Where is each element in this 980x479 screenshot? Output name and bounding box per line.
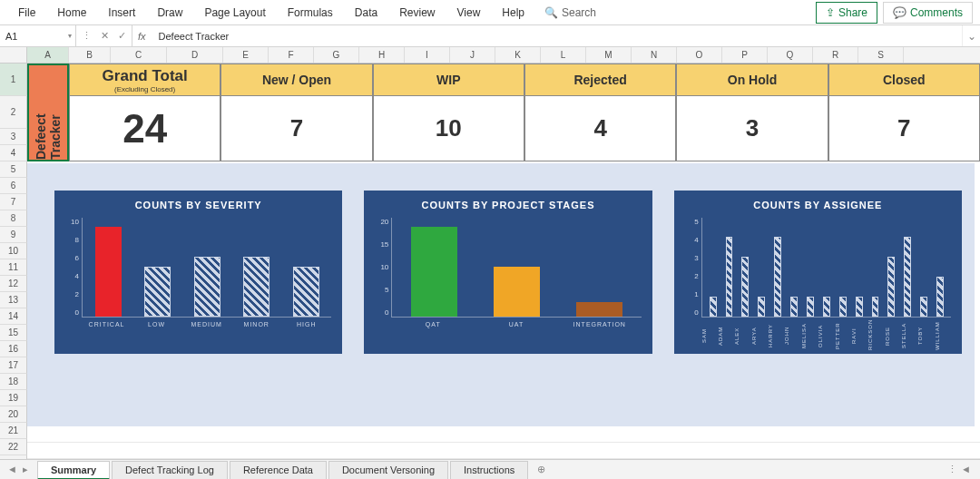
bar-qat	[411, 227, 457, 317]
row-header-21[interactable]: 21	[0, 423, 27, 439]
select-all-corner[interactable]	[0, 47, 27, 63]
tab-prev-icon[interactable]: ▸	[21, 464, 30, 475]
sheet-tab-defect-tracking-log[interactable]: Defect Tracking Log	[112, 461, 228, 479]
row-header-7[interactable]: 7	[0, 194, 27, 210]
chart-2[interactable]: COUNTS BY ASSIGNEE543210SAMADAMALEXARYAH…	[674, 191, 962, 354]
tab-first-icon[interactable]: ◄	[5, 464, 19, 475]
stat-value-wip: 10	[373, 96, 524, 161]
row-header-3[interactable]: 3	[0, 129, 27, 145]
col-header-P[interactable]: P	[722, 47, 768, 63]
bar-high	[293, 267, 319, 317]
col-header-F[interactable]: F	[269, 47, 314, 63]
row-header-13[interactable]: 13	[0, 292, 27, 308]
col-header-M[interactable]: M	[586, 47, 632, 63]
row-header-11[interactable]: 11	[0, 259, 27, 276]
col-header-K[interactable]: K	[495, 47, 541, 63]
ribbon-tab-view[interactable]: View	[446, 1, 492, 24]
row-header-8[interactable]: 8	[0, 210, 27, 227]
sheet-tab-document-versoning[interactable]: Document Versoning	[328, 461, 448, 479]
name-box-ref: A1	[5, 31, 17, 42]
ribbon-tabs: FileHomeInsertDrawPage LayoutFormulasDat…	[7, 1, 535, 24]
spreadsheet-grid: ABCDEFGHIJKLMNOPQRS 12345678910111213141…	[0, 47, 980, 479]
col-header-B[interactable]: B	[69, 47, 111, 63]
fx-icon[interactable]: fx	[132, 31, 152, 42]
tracker-title-cell[interactable]: Defeect Tracker	[27, 64, 69, 161]
col-header-C[interactable]: C	[111, 47, 167, 63]
x-label: SAM	[701, 321, 718, 350]
x-label: JOHN	[784, 321, 800, 350]
stat-value-grand-total: 24	[69, 96, 220, 161]
ribbon-tab-insert[interactable]: Insert	[97, 1, 146, 24]
row-header-19[interactable]: 19	[0, 390, 27, 406]
col-header-L[interactable]: L	[541, 47, 586, 63]
column-headers: ABCDEFGHIJKLMNOPQRS	[0, 47, 980, 64]
x-label: UAT	[475, 321, 558, 327]
col-header-I[interactable]: I	[405, 47, 450, 63]
add-sheet-button[interactable]: ⊕	[528, 464, 554, 475]
scroll-handle-icon[interactable]: ⋮	[947, 464, 957, 475]
row-header-18[interactable]: 18	[0, 374, 27, 390]
stat-value-on-hold: 3	[676, 96, 828, 161]
col-header-S[interactable]: S	[858, 47, 904, 63]
cancel-icon[interactable]: ✕	[101, 30, 109, 42]
search-box[interactable]: 🔍 Search	[544, 6, 596, 19]
row-header-20[interactable]: 20	[0, 406, 27, 423]
bar-toby	[920, 297, 927, 317]
scroll-left-icon[interactable]: ◄	[961, 464, 971, 475]
ribbon-tab-review[interactable]: Review	[388, 1, 446, 24]
row-header-6[interactable]: 6	[0, 178, 27, 194]
col-header-N[interactable]: N	[632, 47, 677, 63]
x-label: STELLA	[901, 321, 917, 350]
row-header-14[interactable]: 14	[0, 308, 27, 325]
ribbon-tab-help[interactable]: Help	[491, 1, 535, 24]
row-header-5[interactable]: 5	[0, 161, 27, 178]
ribbon-tab-data[interactable]: Data	[344, 1, 388, 24]
row-header-15[interactable]: 15	[0, 325, 27, 341]
x-label: ROSE	[885, 321, 901, 350]
row-header-17[interactable]: 17	[0, 357, 27, 374]
share-button[interactable]: ⇪ Share	[816, 2, 877, 24]
sheet-tab-instructions[interactable]: Instructions	[450, 461, 528, 479]
col-header-G[interactable]: G	[314, 47, 359, 63]
more-icon[interactable]: ⋮	[82, 30, 92, 42]
x-label: OLIVIA	[818, 321, 834, 350]
col-header-A[interactable]: A	[27, 47, 69, 63]
row-header-9[interactable]: 9	[0, 227, 27, 243]
name-box[interactable]: A1	[0, 25, 76, 46]
enter-icon[interactable]: ✓	[118, 30, 126, 42]
row-header-4[interactable]: 4	[0, 145, 27, 161]
col-header-D[interactable]: D	[167, 47, 223, 63]
ribbon-tab-page-layout[interactable]: Page Layout	[193, 1, 276, 24]
stat-header-on-hold: On Hold	[676, 64, 828, 96]
row-header-1[interactable]: 1	[0, 64, 27, 96]
col-header-E[interactable]: E	[223, 47, 269, 63]
chart-1[interactable]: COUNTS BY PROJECT STAGES20151050QATUATIN…	[364, 191, 652, 354]
col-header-Q[interactable]: Q	[768, 47, 813, 63]
col-header-J[interactable]: J	[450, 47, 495, 63]
chart-plot: 543210	[701, 218, 951, 318]
bar-adam	[726, 237, 733, 317]
x-label: WILLIAM	[935, 321, 951, 350]
cells-area[interactable]: Defeect Tracker Grand Total(Excluding Cl…	[27, 64, 980, 479]
sheet-tab-reference-data[interactable]: Reference Data	[230, 461, 327, 479]
col-header-O[interactable]: O	[677, 47, 722, 63]
row-header-12[interactable]: 12	[0, 276, 27, 292]
ribbon-tab-file[interactable]: File	[7, 1, 46, 24]
comments-button[interactable]: 💬 Comments	[883, 2, 973, 24]
col-header-H[interactable]: H	[359, 47, 405, 63]
chart-0[interactable]: COUNTS BY SEVERITY1086420CRITICALLOWMEDI…	[54, 191, 342, 354]
row-header-2[interactable]: 2	[0, 96, 27, 129]
formula-expand-icon[interactable]: ⌄	[962, 25, 980, 46]
col-header-R[interactable]: R	[813, 47, 858, 63]
stat-header-grand-total: Grand Total(Excluding Closed)	[69, 64, 220, 96]
stat-header-closed: Closed	[828, 64, 980, 96]
formula-bar[interactable]: Defeect Tracker	[152, 25, 962, 46]
row-header-10[interactable]: 10	[0, 243, 27, 259]
row-header-16[interactable]: 16	[0, 341, 27, 357]
row-header-22[interactable]: 22	[0, 439, 27, 455]
ribbon-tab-home[interactable]: Home	[46, 1, 97, 24]
ribbon-tab-formulas[interactable]: Formulas	[277, 1, 344, 24]
ribbon-tab-draw[interactable]: Draw	[146, 1, 193, 24]
sheet-tab-summary[interactable]: Summary	[37, 461, 110, 479]
x-label: QAT	[391, 321, 475, 327]
